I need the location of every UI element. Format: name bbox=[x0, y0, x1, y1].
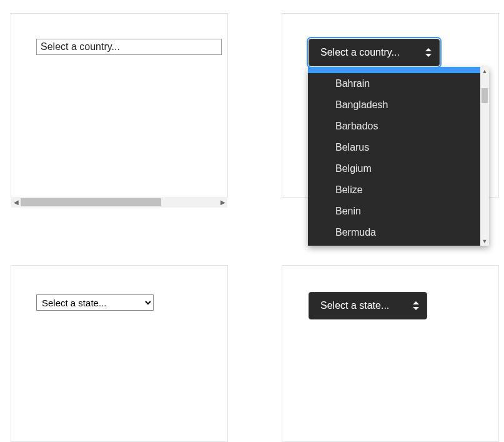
country-option[interactable]: Bahamas bbox=[308, 67, 480, 73]
vertical-scrollbar[interactable]: ▲ ▼ bbox=[480, 67, 489, 246]
panel-plain-country: Select a country... ◀ ▶ bbox=[11, 13, 228, 198]
country-option[interactable]: Bahrain bbox=[308, 73, 480, 94]
scroll-thumb-vertical[interactable] bbox=[482, 88, 488, 103]
country-combobox-plain-text: Select a country... bbox=[41, 41, 120, 53]
scroll-right-icon[interactable]: ▶ bbox=[218, 197, 227, 208]
country-option[interactable]: Belize bbox=[308, 179, 480, 201]
panel-dark-state: Select a state... bbox=[282, 265, 499, 442]
country-select-dark[interactable]: Select a country... bbox=[309, 39, 440, 66]
chevron-sort-icon bbox=[425, 48, 432, 57]
scroll-up-icon[interactable]: ▲ bbox=[480, 67, 489, 76]
country-option[interactable]: Bangladesh bbox=[308, 94, 480, 116]
panel-plain-state: Select a state... bbox=[11, 265, 228, 442]
country-option[interactable]: Belarus bbox=[308, 137, 480, 158]
country-dropdown-list[interactable]: BahamasBahrainBangladeshBarbadosBelarusB… bbox=[308, 67, 489, 246]
state-select-native[interactable]: Select a state... bbox=[36, 294, 154, 311]
scroll-left-icon[interactable]: ◀ bbox=[11, 197, 21, 208]
country-combobox-plain[interactable]: Select a country... bbox=[36, 39, 222, 55]
country-option[interactable]: Benin bbox=[308, 201, 480, 222]
scroll-down-icon[interactable]: ▼ bbox=[480, 237, 489, 246]
country-option[interactable]: Bermuda bbox=[308, 222, 480, 243]
scroll-track[interactable] bbox=[21, 197, 218, 208]
scroll-thumb[interactable] bbox=[21, 198, 161, 206]
state-select-dark-text: Select a state... bbox=[320, 300, 389, 311]
country-option[interactable]: Belgium bbox=[308, 158, 480, 179]
country-option[interactable]: Barbados bbox=[308, 116, 480, 137]
state-select-dark[interactable]: Select a state... bbox=[309, 292, 427, 319]
country-select-dark-text: Select a country... bbox=[320, 47, 400, 58]
horizontal-scrollbar[interactable]: ◀ ▶ bbox=[11, 197, 227, 208]
chevron-sort-icon bbox=[413, 301, 419, 310]
